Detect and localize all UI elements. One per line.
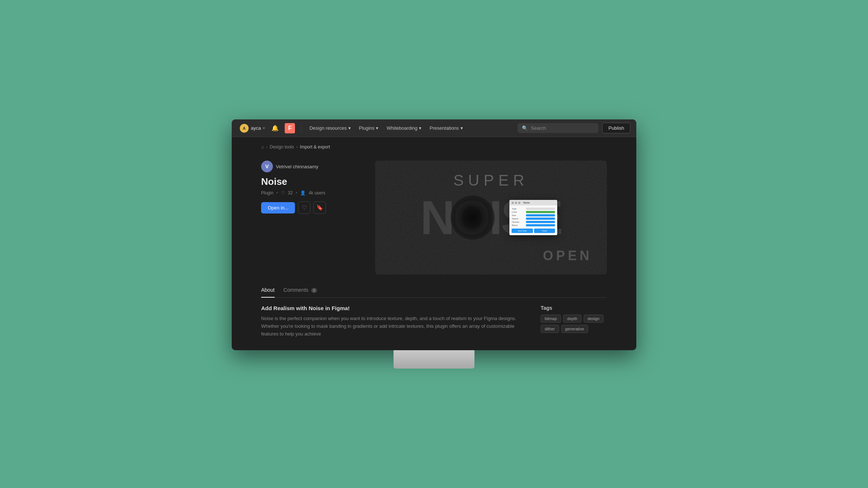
plugin-type: Plugin [261,190,273,195]
plugin-window-title: Noise [523,201,530,204]
nav-plugins[interactable]: Plugins ▾ [355,123,383,133]
username-label: ayca [251,125,261,131]
tags-list: bitmap depth design dither generative [541,315,607,333]
user-menu[interactable]: A ayca ▾ [238,122,267,134]
heart-icon: ♡ [281,190,285,195]
hero-super-text: SUPER [453,172,529,189]
chevron-down-icon: ▾ [376,125,378,131]
tag-design[interactable]: design [584,315,604,323]
users-count: 4k users [309,190,325,195]
plugin-window-buttons: Save State Reset [512,229,555,233]
author-row: V Vetrivel chinnasamy [261,161,364,172]
figma-icon[interactable]: F [285,123,295,133]
avatar: A [240,124,249,133]
like-button[interactable]: ♡ [298,201,310,214]
left-panel: V Vetrivel chinnasamy Noise Plugin • ♡ 3… [261,161,364,274]
plugin-window-titlebar: Noise [509,200,557,205]
breadcrumb-current: Import & export [300,144,330,150]
hero-dark-circle [451,195,495,240]
search-box[interactable]: 🔍 Search [517,123,598,133]
navbar: A ayca ▾ 🔔 F Design resources ▾ Plugins … [232,119,636,137]
plugin-row: Color [512,211,555,213]
nav-divider [301,124,301,133]
comments-badge: 0 [311,288,317,293]
users-icon: 👤 [300,190,306,195]
plugin-row: Blend [512,224,555,226]
about-text: Add Realism with Noise in Figma! Noise i… [261,305,526,338]
tag-depth[interactable]: depth [563,315,581,323]
chevron-down-icon: ▾ [419,125,421,131]
hero-open-text: OPEN [543,248,592,263]
hero-image: SUPER NOISE OPEN Noise [375,161,607,274]
tab-about[interactable]: About [261,283,275,297]
nav-links: Design resources ▾ Plugins ▾ Whiteboardi… [306,123,515,133]
nav-right: 🔍 Search Publish [517,123,630,133]
window-dot [512,202,514,204]
action-buttons: Open in... ♡ 🔖 [261,201,364,214]
nav-whiteboarding[interactable]: Whiteboarding ▾ [383,123,425,133]
tabs-row: About Comments 0 [261,283,607,298]
chevron-down-icon: ▾ [263,126,265,130]
meta-separator: • [296,190,297,195]
breadcrumb-sep: › [266,144,267,150]
plugin-title: Noise [261,176,364,187]
search-placeholder: Search [531,125,546,131]
reset-btn: Reset [534,229,555,233]
likes-count: 32 [288,190,293,195]
hero-noise-bg: SUPER NOISE OPEN Noise [375,161,607,274]
breadcrumb-home[interactable]: ⌂ [261,144,264,150]
about-section: Add Realism with Noise in Figma! Noise i… [261,305,607,338]
publish-button[interactable]: Publish [602,123,630,133]
breadcrumb-design-tools[interactable]: Design tools [270,144,294,150]
author-avatar: V [261,161,273,172]
save-state-btn: Save State [512,229,533,233]
tags-section: Tags bitmap depth design dither generati… [541,305,607,338]
tag-dither[interactable]: dither [541,325,559,333]
plugin-window-mockup: Noise Type Color [509,200,557,235]
breadcrumb: ⌂ › Design tools › Import & export [261,144,607,150]
tab-comments[interactable]: Comments 0 [284,283,317,297]
window-dot [518,202,520,204]
breadcrumb-sep: › [296,144,298,150]
nav-presentations[interactable]: Presentations ▾ [426,123,467,133]
chevron-down-icon: ▾ [348,125,351,131]
notifications-button[interactable]: 🔔 [270,123,280,133]
plugin-row: Speed [512,218,555,220]
monitor-stand [394,350,474,369]
about-heading: Add Realism with Noise in Figma! [261,305,526,311]
tags-title: Tags [541,305,607,311]
plugin-row: Size [512,214,555,216]
content-area: ⌂ › Design tools › Import & export V Vet… [232,137,636,350]
window-dot [515,202,517,204]
open-in-button[interactable]: Open in... [261,202,295,214]
plugin-window-body: Type Color Size [509,205,557,235]
chevron-down-icon: ▾ [460,125,463,131]
tag-bitmap[interactable]: bitmap [541,315,561,323]
plugin-row: Type [512,208,555,210]
tag-generative[interactable]: generative [561,325,588,333]
nav-design-resources[interactable]: Design resources ▾ [306,123,354,133]
author-name: Vetrivel chinnasamy [276,164,319,169]
about-description: Noise is the perfect companion when you … [261,315,526,338]
save-button[interactable]: 🔖 [313,201,326,214]
meta-separator: • [276,190,278,195]
plugin-meta: Plugin • ♡ 32 • 👤 4k users [261,190,364,195]
search-icon: 🔍 [522,125,528,131]
plugin-row: Opacity [512,221,555,223]
main-layout: V Vetrivel chinnasamy Noise Plugin • ♡ 3… [261,161,607,274]
